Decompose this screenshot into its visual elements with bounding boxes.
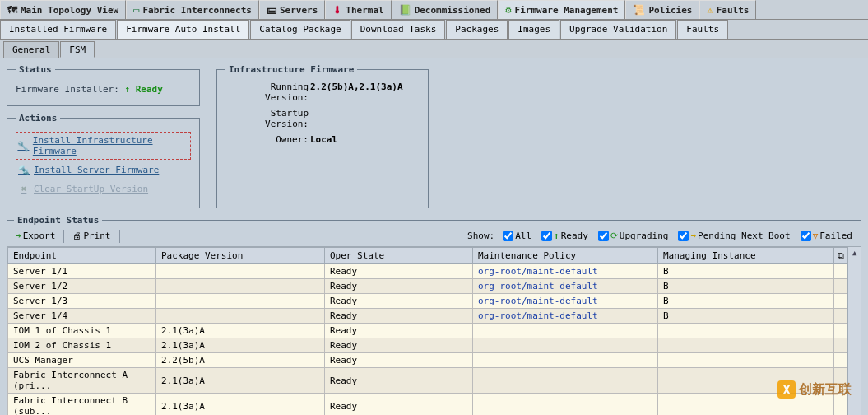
- endpoint-table: Endpoint Package Version Oper State Main…: [7, 247, 847, 415]
- running-version-value: 2.2(5b)A,2.1(3a)A: [310, 82, 420, 103]
- startup-version-value: [310, 108, 420, 129]
- subtab-packages[interactable]: Packages: [446, 20, 508, 39]
- row-end-cell: [834, 353, 847, 368]
- tab-faults[interactable]: ⚠Faults: [699, 0, 756, 19]
- table-row[interactable]: UCS Manager2.2(5b)AReady: [8, 353, 847, 368]
- endpoint-cell: UCS Manager: [8, 353, 156, 368]
- fault-icon: ⚠: [707, 4, 713, 16]
- action-label: Install Server Firmware: [34, 165, 159, 175]
- endpoint-cell: IOM 1 of Chassis 1: [8, 324, 156, 338]
- filter-all-checkbox[interactable]: [503, 231, 513, 241]
- maintenance-policy-cell[interactable]: org-root/maint-default: [473, 279, 658, 294]
- installer-state: Ready: [136, 84, 163, 95]
- table-row[interactable]: Fabric Interconnect B (sub...2.1(3a)ARea…: [8, 394, 847, 416]
- print-icon: 🖨: [72, 231, 81, 241]
- endpoint-cell: Fabric Interconnect A (pri...: [8, 368, 156, 394]
- table-row[interactable]: Server 1/1Readyorg-root/maint-defaultB: [8, 264, 847, 279]
- innertab-fsm[interactable]: FSM: [60, 41, 95, 58]
- endpoint-cell: Server 1/3: [8, 294, 156, 309]
- oper-state-cell: Ready: [325, 353, 473, 368]
- oper-state-cell: Ready: [325, 264, 473, 279]
- tab-fabric-interconnects[interactable]: ▭Fabric Interconnects: [126, 0, 259, 19]
- subtab-installed-firmware[interactable]: Installed Firmware: [0, 20, 116, 39]
- print-button[interactable]: 🖨 Print: [69, 229, 114, 243]
- button-label: Print: [83, 231, 110, 241]
- managing-instance-cell: B: [658, 264, 834, 279]
- subtab-faults[interactable]: Faults: [677, 20, 728, 39]
- table-row[interactable]: IOM 1 of Chassis 12.1(3a)AReady: [8, 324, 847, 338]
- tab-firmware-management[interactable]: ⚙Firmware Management: [498, 0, 625, 19]
- actions-panel: Actions 🔧 Install Infrastructure Firmwar…: [7, 113, 200, 208]
- col-oper-state[interactable]: Oper State: [325, 248, 473, 264]
- firmware-icon: ⚙: [505, 4, 511, 16]
- table-row[interactable]: Server 1/4Readyorg-root/maint-defaultB: [8, 309, 847, 324]
- topology-icon: 🗺: [7, 4, 17, 16]
- package-version-cell: 2.1(3a)A: [156, 394, 325, 416]
- checkbox-label: Pending Next Boot: [698, 231, 791, 241]
- refresh-icon: ⟳: [610, 231, 618, 241]
- managing-instance-cell: [658, 353, 834, 368]
- subtab-upgrade-validation[interactable]: Upgrade Validation: [560, 20, 676, 39]
- subtab-firmware-auto-install[interactable]: Firmware Auto Install: [117, 20, 249, 39]
- export-button[interactable]: ➜ Export: [12, 229, 58, 243]
- owner-label: Owner:: [225, 134, 310, 145]
- maintenance-policy-cell[interactable]: org-root/maint-default: [473, 264, 658, 279]
- filter-all[interactable]: All: [503, 231, 531, 241]
- filter-ready[interactable]: ↑Ready: [541, 231, 588, 241]
- up-arrow-icon: ↑: [554, 231, 559, 241]
- package-version-cell: [156, 309, 325, 324]
- managing-instance-cell: B: [658, 279, 834, 294]
- install-infra-firmware-link[interactable]: 🔧 Install Infrastructure Firmware: [16, 132, 191, 160]
- filter-pending-checkbox[interactable]: [678, 231, 689, 241]
- managing-instance-cell: [658, 324, 834, 338]
- tab-main-topology[interactable]: 🗺Main Topology View: [0, 0, 126, 19]
- filter-upgrading[interactable]: ⟳Upgrading: [598, 231, 669, 241]
- startup-version-label: Startup Version:: [225, 108, 310, 129]
- table-row[interactable]: IOM 2 of Chassis 12.1(3a)AReady: [8, 338, 847, 353]
- filter-ready-checkbox[interactable]: [541, 231, 552, 241]
- sub-tabs-bar: Installed Firmware Firmware Auto Install…: [0, 20, 868, 40]
- tab-servers[interactable]: 🖴Servers: [259, 0, 325, 19]
- tab-decommissioned[interactable]: 📗Decommissioned: [392, 0, 499, 19]
- oper-state-cell: Ready: [325, 324, 473, 338]
- running-version-label: Running Version:: [225, 82, 310, 103]
- table-row[interactable]: Server 1/3Readyorg-root/maint-defaultB: [8, 294, 847, 309]
- clear-startup-version-link: ✖ Clear StartUp Version: [16, 180, 191, 198]
- tab-label: Firmware Management: [515, 5, 619, 16]
- col-maintenance-policy[interactable]: Maintenance Policy: [473, 248, 658, 264]
- pending-icon: ➜: [690, 231, 696, 241]
- tab-policies[interactable]: 📜Policies: [625, 0, 699, 19]
- toolbar-separator: [63, 230, 64, 243]
- action-label: Install Infrastructure Firmware: [33, 135, 189, 156]
- install-server-firmware-link[interactable]: 🔩 Install Server Firmware: [16, 161, 191, 179]
- tab-label: Decommissioned: [415, 5, 491, 16]
- filter-failed-checkbox[interactable]: [801, 231, 811, 241]
- subtab-images[interactable]: Images: [508, 20, 559, 39]
- filter-pending[interactable]: ➜Pending Next Boot: [678, 231, 790, 241]
- subtab-download-tasks[interactable]: Download Tasks: [351, 20, 446, 39]
- oper-state-cell: Ready: [325, 279, 473, 294]
- filter-upgrading-checkbox[interactable]: [598, 231, 609, 241]
- tab-label: Main Topology View: [21, 5, 118, 16]
- col-endpoint[interactable]: Endpoint: [8, 248, 156, 264]
- status-legend: Status: [16, 64, 55, 75]
- maintenance-policy-cell[interactable]: org-root/maint-default: [473, 309, 658, 324]
- column-chooser-button[interactable]: ⧉: [834, 248, 847, 264]
- filter-failed[interactable]: ▽Failed: [801, 231, 852, 241]
- innertab-general[interactable]: General: [3, 41, 59, 58]
- infra-legend: Infrastructure Firmware: [225, 64, 357, 75]
- toolbar-separator: [119, 230, 120, 243]
- table-row[interactable]: Fabric Interconnect A (pri...2.1(3a)ARea…: [8, 368, 847, 394]
- row-end-cell: [834, 279, 847, 294]
- maintenance-policy-cell[interactable]: org-root/maint-default: [473, 294, 658, 309]
- clear-icon: ✖: [17, 184, 30, 194]
- col-managing-instance[interactable]: Managing Instance: [658, 248, 834, 264]
- col-package-version[interactable]: Package Version: [156, 248, 325, 264]
- subtab-catalog-package[interactable]: Catalog Package: [250, 20, 350, 39]
- endpoint-status-panel: Endpoint Status ➜ Export 🖨 Print Show: A…: [7, 215, 861, 415]
- table-header-row: Endpoint Package Version Oper State Main…: [8, 248, 847, 264]
- endpoint-cell: Fabric Interconnect B (sub...: [8, 394, 156, 416]
- table-row[interactable]: Server 1/2Readyorg-root/maint-defaultB: [8, 279, 847, 294]
- tab-thermal[interactable]: 🌡Thermal: [325, 0, 391, 19]
- installer-label: Firmware Installer:: [16, 84, 119, 95]
